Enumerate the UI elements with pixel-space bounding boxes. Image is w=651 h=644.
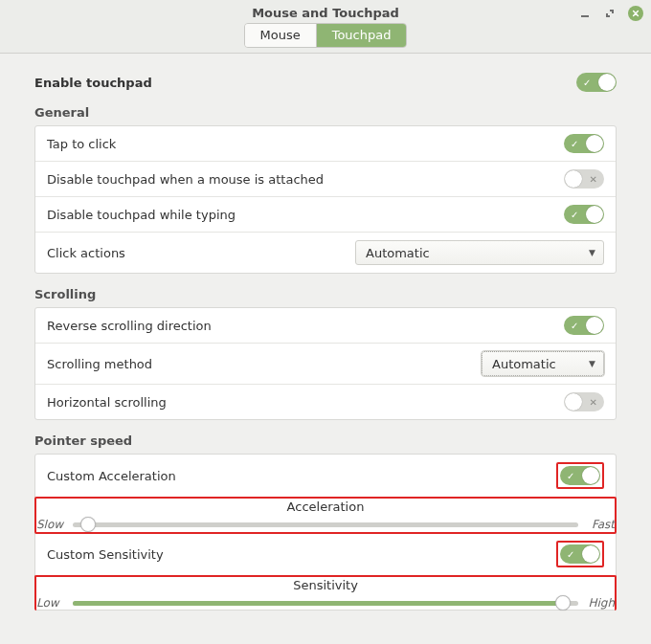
custom-acceleration-toggle[interactable]: ✓ [560, 466, 600, 485]
close-button[interactable] [628, 6, 643, 21]
scroll-method-value: Automatic [492, 357, 556, 371]
chevron-down-icon: ▼ [589, 248, 595, 257]
window-title: Mouse and Touchpad [252, 4, 399, 23]
disable-while-typing-label: Disable touchpad while typing [47, 208, 236, 222]
acceleration-heading: Acceleration [36, 500, 615, 514]
reverse-scrolling-label: Reverse scrolling direction [47, 319, 212, 333]
section-general-title: General [34, 105, 617, 120]
custom-sensitivity-label: Custom Sensitivity [47, 547, 164, 562]
highlight-box: ✓ [556, 462, 604, 489]
acceleration-slider[interactable] [73, 522, 578, 527]
disable-when-mouse-row: Disable touchpad when a mouse is attache… [35, 162, 616, 197]
disable-when-mouse-toggle[interactable]: ✕ [564, 169, 604, 189]
chevron-down-icon: ▼ [589, 359, 595, 368]
tab-mouse[interactable]: Mouse [245, 24, 317, 47]
click-actions-row: Click actions Automatic ▼ [35, 233, 616, 273]
reverse-scrolling-toggle[interactable]: ✓ [564, 316, 604, 335]
acceleration-slider-row: Acceleration Slow Fast [34, 497, 617, 534]
scroll-method-label: Scrolling method [47, 357, 152, 371]
tap-to-click-toggle[interactable]: ✓ [564, 134, 604, 153]
sensitivity-low-caption: Low [36, 596, 65, 610]
reverse-scrolling-row: Reverse scrolling direction ✓ [35, 308, 616, 344]
scroll-method-row: Scrolling method Automatic ▼ [35, 344, 616, 385]
section-scrolling-title: Scrolling [34, 287, 617, 301]
custom-acceleration-row: Custom Acceleration ✓ [35, 455, 616, 498]
main-tabs: Mouse Touchpad [244, 23, 408, 48]
sensitivity-slider-row: Sensitivity Low High [34, 575, 617, 611]
custom-acceleration-label: Custom Acceleration [47, 469, 176, 483]
title-bar: Mouse and Touchpad Mouse Touchpad [0, 0, 651, 54]
horizontal-scrolling-row: Horizontal scrolling ✕ [35, 385, 616, 419]
svg-rect-0 [581, 15, 589, 17]
pointer-speed-group: Custom Acceleration ✓ Acceleration Slow … [34, 454, 617, 611]
horizontal-scrolling-label: Horizontal scrolling [47, 395, 167, 410]
custom-sensitivity-toggle[interactable]: ✓ [560, 544, 600, 564]
general-group: Tap to click ✓ Disable touchpad when a m… [34, 125, 617, 274]
section-pointer-title: Pointer speed [34, 433, 617, 448]
sensitivity-slider[interactable] [73, 601, 578, 606]
tap-to-click-label: Tap to click [47, 137, 116, 151]
minimize-button[interactable] [578, 7, 592, 20]
enable-touchpad-row: Enable touchpad ✓ [34, 73, 617, 92]
tab-touchpad[interactable]: Touchpad [317, 24, 407, 47]
custom-sensitivity-row: Custom Sensitivity ✓ [35, 533, 616, 576]
disable-while-typing-row: Disable touchpad while typing ✓ [35, 197, 616, 233]
click-actions-label: Click actions [47, 246, 125, 260]
acceleration-high-caption: Fast [586, 518, 615, 531]
scrolling-group: Reverse scrolling direction ✓ Scrolling … [34, 307, 617, 420]
sensitivity-high-caption: High [586, 596, 615, 610]
enable-touchpad-label: Enable touchpad [34, 76, 152, 90]
scroll-method-dropdown[interactable]: Automatic ▼ [482, 351, 604, 376]
disable-when-mouse-label: Disable touchpad when a mouse is attache… [47, 172, 324, 187]
disable-while-typing-toggle[interactable]: ✓ [564, 205, 604, 224]
click-actions-dropdown[interactable]: Automatic ▼ [355, 240, 604, 265]
maximize-button[interactable] [603, 7, 617, 20]
highlight-box: ✓ [556, 541, 604, 567]
click-actions-value: Automatic [366, 246, 430, 260]
window-controls [578, 6, 643, 21]
tap-to-click-row: Tap to click ✓ [35, 126, 616, 162]
acceleration-low-caption: Slow [36, 518, 65, 531]
enable-touchpad-toggle[interactable]: ✓ [576, 73, 617, 92]
sensitivity-heading: Sensitivity [36, 578, 615, 592]
touchpad-panel: Enable touchpad ✓ General Tap to click ✓… [0, 54, 651, 644]
horizontal-scrolling-toggle[interactable]: ✕ [564, 392, 604, 411]
